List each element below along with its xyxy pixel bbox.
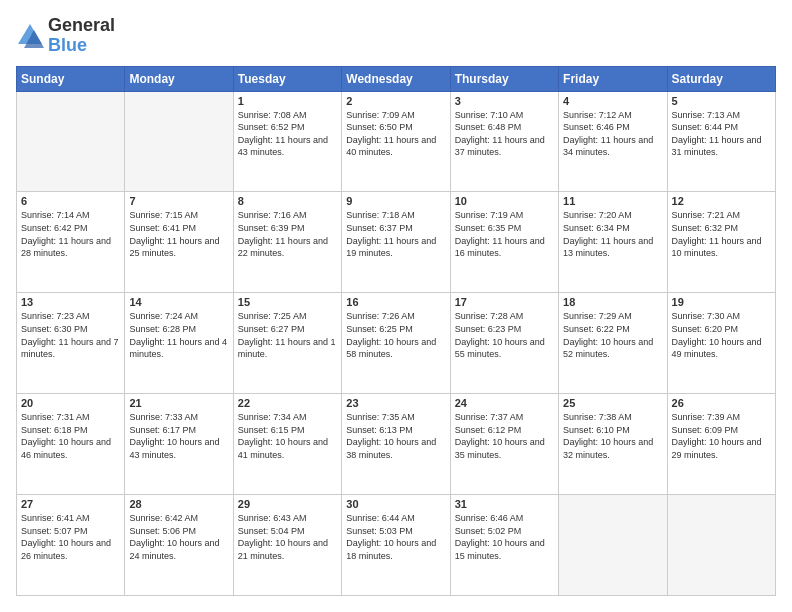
- day-info: Sunrise: 7:26 AMSunset: 6:25 PMDaylight:…: [346, 310, 445, 360]
- day-number: 12: [672, 195, 771, 207]
- calendar-cell: [559, 495, 667, 596]
- day-info: Sunrise: 6:46 AMSunset: 5:02 PMDaylight:…: [455, 512, 554, 562]
- day-header-friday: Friday: [559, 66, 667, 91]
- calendar-cell: 15Sunrise: 7:25 AMSunset: 6:27 PMDayligh…: [233, 293, 341, 394]
- day-info: Sunrise: 7:10 AMSunset: 6:48 PMDaylight:…: [455, 109, 554, 159]
- calendar-cell: 22Sunrise: 7:34 AMSunset: 6:15 PMDayligh…: [233, 394, 341, 495]
- day-info: Sunrise: 6:43 AMSunset: 5:04 PMDaylight:…: [238, 512, 337, 562]
- calendar-cell: 3Sunrise: 7:10 AMSunset: 6:48 PMDaylight…: [450, 91, 558, 192]
- day-header-monday: Monday: [125, 66, 233, 91]
- day-info: Sunrise: 7:37 AMSunset: 6:12 PMDaylight:…: [455, 411, 554, 461]
- day-info: Sunrise: 7:20 AMSunset: 6:34 PMDaylight:…: [563, 209, 662, 259]
- day-number: 11: [563, 195, 662, 207]
- calendar-cell: 17Sunrise: 7:28 AMSunset: 6:23 PMDayligh…: [450, 293, 558, 394]
- day-info: Sunrise: 7:21 AMSunset: 6:32 PMDaylight:…: [672, 209, 771, 259]
- day-number: 19: [672, 296, 771, 308]
- calendar-cell: 2Sunrise: 7:09 AMSunset: 6:50 PMDaylight…: [342, 91, 450, 192]
- day-number: 17: [455, 296, 554, 308]
- day-number: 1: [238, 95, 337, 107]
- calendar-cell: 14Sunrise: 7:24 AMSunset: 6:28 PMDayligh…: [125, 293, 233, 394]
- calendar-table: SundayMondayTuesdayWednesdayThursdayFrid…: [16, 66, 776, 596]
- calendar-cell: 4Sunrise: 7:12 AMSunset: 6:46 PMDaylight…: [559, 91, 667, 192]
- day-info: Sunrise: 7:28 AMSunset: 6:23 PMDaylight:…: [455, 310, 554, 360]
- calendar-cell: 1Sunrise: 7:08 AMSunset: 6:52 PMDaylight…: [233, 91, 341, 192]
- day-info: Sunrise: 6:44 AMSunset: 5:03 PMDaylight:…: [346, 512, 445, 562]
- day-number: 5: [672, 95, 771, 107]
- calendar-cell: 6Sunrise: 7:14 AMSunset: 6:42 PMDaylight…: [17, 192, 125, 293]
- day-number: 26: [672, 397, 771, 409]
- day-info: Sunrise: 7:39 AMSunset: 6:09 PMDaylight:…: [672, 411, 771, 461]
- calendar-cell: 31Sunrise: 6:46 AMSunset: 5:02 PMDayligh…: [450, 495, 558, 596]
- day-number: 29: [238, 498, 337, 510]
- day-number: 30: [346, 498, 445, 510]
- day-info: Sunrise: 7:12 AMSunset: 6:46 PMDaylight:…: [563, 109, 662, 159]
- calendar-cell: 16Sunrise: 7:26 AMSunset: 6:25 PMDayligh…: [342, 293, 450, 394]
- day-info: Sunrise: 7:24 AMSunset: 6:28 PMDaylight:…: [129, 310, 228, 360]
- day-number: 15: [238, 296, 337, 308]
- day-info: Sunrise: 7:14 AMSunset: 6:42 PMDaylight:…: [21, 209, 120, 259]
- day-number: 6: [21, 195, 120, 207]
- day-info: Sunrise: 7:09 AMSunset: 6:50 PMDaylight:…: [346, 109, 445, 159]
- day-info: Sunrise: 7:29 AMSunset: 6:22 PMDaylight:…: [563, 310, 662, 360]
- calendar-cell: 13Sunrise: 7:23 AMSunset: 6:30 PMDayligh…: [17, 293, 125, 394]
- day-number: 27: [21, 498, 120, 510]
- day-number: 21: [129, 397, 228, 409]
- day-info: Sunrise: 7:08 AMSunset: 6:52 PMDaylight:…: [238, 109, 337, 159]
- day-number: 20: [21, 397, 120, 409]
- day-info: Sunrise: 7:34 AMSunset: 6:15 PMDaylight:…: [238, 411, 337, 461]
- header: General Blue: [16, 16, 776, 56]
- calendar-cell: 28Sunrise: 6:42 AMSunset: 5:06 PMDayligh…: [125, 495, 233, 596]
- day-number: 28: [129, 498, 228, 510]
- calendar-cell: 29Sunrise: 6:43 AMSunset: 5:04 PMDayligh…: [233, 495, 341, 596]
- calendar-cell: 24Sunrise: 7:37 AMSunset: 6:12 PMDayligh…: [450, 394, 558, 495]
- day-info: Sunrise: 7:38 AMSunset: 6:10 PMDaylight:…: [563, 411, 662, 461]
- day-header-sunday: Sunday: [17, 66, 125, 91]
- calendar-cell: [17, 91, 125, 192]
- day-header-saturday: Saturday: [667, 66, 775, 91]
- page: General Blue SundayMondayTuesdayWednesda…: [0, 0, 792, 612]
- day-number: 25: [563, 397, 662, 409]
- day-header-thursday: Thursday: [450, 66, 558, 91]
- calendar-cell: 23Sunrise: 7:35 AMSunset: 6:13 PMDayligh…: [342, 394, 450, 495]
- logo-text: General Blue: [48, 16, 115, 56]
- day-info: Sunrise: 7:31 AMSunset: 6:18 PMDaylight:…: [21, 411, 120, 461]
- calendar-cell: 10Sunrise: 7:19 AMSunset: 6:35 PMDayligh…: [450, 192, 558, 293]
- day-number: 4: [563, 95, 662, 107]
- calendar-cell: 18Sunrise: 7:29 AMSunset: 6:22 PMDayligh…: [559, 293, 667, 394]
- day-header-wednesday: Wednesday: [342, 66, 450, 91]
- day-number: 18: [563, 296, 662, 308]
- calendar-cell: [125, 91, 233, 192]
- calendar-cell: 21Sunrise: 7:33 AMSunset: 6:17 PMDayligh…: [125, 394, 233, 495]
- day-info: Sunrise: 6:41 AMSunset: 5:07 PMDaylight:…: [21, 512, 120, 562]
- day-number: 2: [346, 95, 445, 107]
- day-number: 13: [21, 296, 120, 308]
- calendar-cell: 26Sunrise: 7:39 AMSunset: 6:09 PMDayligh…: [667, 394, 775, 495]
- day-number: 8: [238, 195, 337, 207]
- calendar-cell: 7Sunrise: 7:15 AMSunset: 6:41 PMDaylight…: [125, 192, 233, 293]
- day-info: Sunrise: 7:35 AMSunset: 6:13 PMDaylight:…: [346, 411, 445, 461]
- calendar-cell: 20Sunrise: 7:31 AMSunset: 6:18 PMDayligh…: [17, 394, 125, 495]
- calendar-cell: 8Sunrise: 7:16 AMSunset: 6:39 PMDaylight…: [233, 192, 341, 293]
- day-info: Sunrise: 7:25 AMSunset: 6:27 PMDaylight:…: [238, 310, 337, 360]
- day-number: 9: [346, 195, 445, 207]
- day-info: Sunrise: 7:15 AMSunset: 6:41 PMDaylight:…: [129, 209, 228, 259]
- day-number: 3: [455, 95, 554, 107]
- day-number: 10: [455, 195, 554, 207]
- day-number: 16: [346, 296, 445, 308]
- day-header-tuesday: Tuesday: [233, 66, 341, 91]
- day-number: 31: [455, 498, 554, 510]
- day-info: Sunrise: 7:23 AMSunset: 6:30 PMDaylight:…: [21, 310, 120, 360]
- calendar-cell: [667, 495, 775, 596]
- day-info: Sunrise: 7:16 AMSunset: 6:39 PMDaylight:…: [238, 209, 337, 259]
- calendar-cell: 5Sunrise: 7:13 AMSunset: 6:44 PMDaylight…: [667, 91, 775, 192]
- calendar-cell: 30Sunrise: 6:44 AMSunset: 5:03 PMDayligh…: [342, 495, 450, 596]
- calendar-cell: 9Sunrise: 7:18 AMSunset: 6:37 PMDaylight…: [342, 192, 450, 293]
- day-info: Sunrise: 7:33 AMSunset: 6:17 PMDaylight:…: [129, 411, 228, 461]
- day-number: 7: [129, 195, 228, 207]
- calendar-cell: 12Sunrise: 7:21 AMSunset: 6:32 PMDayligh…: [667, 192, 775, 293]
- day-number: 24: [455, 397, 554, 409]
- day-info: Sunrise: 6:42 AMSunset: 5:06 PMDaylight:…: [129, 512, 228, 562]
- day-number: 14: [129, 296, 228, 308]
- day-number: 22: [238, 397, 337, 409]
- calendar-cell: 27Sunrise: 6:41 AMSunset: 5:07 PMDayligh…: [17, 495, 125, 596]
